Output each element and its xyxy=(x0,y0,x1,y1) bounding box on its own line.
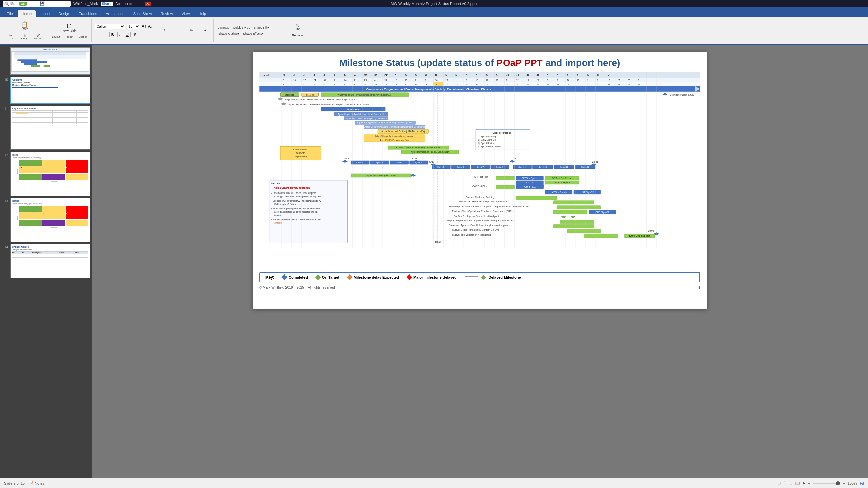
fit-slide-button[interactable]: Fit xyxy=(860,481,864,485)
save-icon[interactable]: 💾 xyxy=(40,1,45,6)
svg-text:hardware: hardware xyxy=(296,152,305,154)
autosave-label: AutoSave xyxy=(3,2,17,6)
slideshow-button[interactable]: ▶ xyxy=(803,481,805,485)
svg-text:NOTES :: NOTES : xyxy=(271,182,281,185)
decrease-font-icon[interactable]: A↓ xyxy=(148,24,153,29)
notes-button[interactable]: 📝 Notes xyxy=(29,481,44,485)
redo-icon[interactable]: ↪ xyxy=(34,1,38,6)
slides-panel: Milestone Status 10 xyxy=(0,45,92,478)
slide-preview-13[interactable]: Issues Project Issue Matrix (Top 10 Issu… xyxy=(10,198,90,242)
svg-text:Agile SCRUM delivery approach: Agile SCRUM delivery approach xyxy=(274,187,310,189)
shape-outline-button[interactable]: Shape Outline▾ xyxy=(217,31,241,36)
font-family-select[interactable]: Calibri xyxy=(95,24,125,29)
minimize-button[interactable]: ─ xyxy=(135,2,137,6)
bold-button[interactable]: B xyxy=(109,32,116,37)
svg-text:N: N xyxy=(445,74,447,76)
svg-text:Sprint 1: Sprint 1 xyxy=(356,162,363,164)
status-bar: Slide 9 of 15 📝 Notes ⊡ ☰ ⊞ 📖 ▶ − + 100%… xyxy=(0,478,868,488)
decrease-indent-button[interactable]: ⇤ xyxy=(185,28,198,34)
slide-preview-14[interactable]: Change Control Change Control Summary Re… xyxy=(10,244,90,278)
slide-thumb-9[interactable]: Milestone Status xyxy=(1,47,90,75)
slide-thumb-11[interactable]: 11 Key Risks and Issues xyxy=(1,106,90,150)
svg-rect-204 xyxy=(496,176,515,180)
shape-effects-button[interactable]: Shape Effects▾ xyxy=(242,31,265,36)
svg-text:JA: JA xyxy=(527,74,530,76)
quick-styles-button[interactable]: Quick Styles xyxy=(232,25,251,30)
clipboard-group: 📋 Paste ✂ Cut ⎘ Copy 🖌 Format xyxy=(3,19,46,42)
slide-thumb-14[interactable]: 14 Change Control Change Control Summary… xyxy=(1,244,90,278)
paste-button[interactable]: 📋 Paste xyxy=(18,21,31,32)
svg-text:31/11: 31/11 xyxy=(510,157,516,160)
status-left: Slide 9 of 15 📝 Notes xyxy=(4,481,44,485)
svg-text:9: 9 xyxy=(425,79,427,81)
numbering-button[interactable]: ⒈ xyxy=(172,28,184,34)
underline-button[interactable]: U xyxy=(124,32,131,37)
tab-home[interactable]: Home xyxy=(18,10,36,17)
svg-text:5: 5 xyxy=(506,79,508,81)
tab-file[interactable]: File xyxy=(3,10,17,17)
slide-sorter-button[interactable]: ⊞ xyxy=(789,481,792,485)
slide-preview-11[interactable]: Key Risks and Issues xyxy=(10,106,90,150)
slide-preview-10[interactable]: Contents Management Summary Milestones &… xyxy=(10,77,90,104)
slide-10-subtitle1: Management Summary xyxy=(12,82,88,84)
tab-view[interactable]: View xyxy=(178,10,194,17)
svg-text:Governance / Programme and Pro: Governance / Programme and Project Manag… xyxy=(366,88,491,91)
slide-thumb-12[interactable]: 12 Risks Project Risk Matrix (Top 10 Ris… xyxy=(1,152,90,196)
quick-access-toolbar[interactable]: AutoSave ON ↩ ↪ 💾 xyxy=(0,0,47,7)
tab-insert[interactable]: Insert xyxy=(36,10,54,17)
bullets-button[interactable]: ≡ xyxy=(158,28,171,34)
undo-icon[interactable]: ↩ xyxy=(29,1,32,6)
italic-button[interactable]: I xyxy=(117,32,122,37)
shape-fill-button[interactable]: Shape Fill▾ xyxy=(252,25,270,30)
slide-preview-12[interactable]: Risks Project Risk Matrix (Top 10 Risks … xyxy=(10,152,90,196)
cut-button[interactable]: ✂ Cut xyxy=(5,33,17,41)
tab-design[interactable]: Design xyxy=(55,10,74,17)
zoom-minus-button[interactable]: − xyxy=(808,481,810,485)
svg-text:06/10: 06/10 xyxy=(411,157,417,160)
slide-count: Slide 9 of 15 xyxy=(4,481,25,485)
increase-font-icon[interactable]: A↑ xyxy=(142,24,146,29)
outline-view-button[interactable]: ☰ xyxy=(783,481,787,485)
tab-animations[interactable]: Animations xyxy=(102,10,128,17)
share-button[interactable]: Share xyxy=(101,2,113,6)
slide-thumb-13[interactable]: 13 Issues Project Issue Matrix (Top 10 I… xyxy=(1,198,90,242)
find-button[interactable]: 🔍 Find xyxy=(292,23,304,32)
slide-thumb-10[interactable]: 10 Contents Management Summary Milestone… xyxy=(1,77,90,104)
strikethrough-button[interactable]: S xyxy=(132,32,138,37)
slide-11-table xyxy=(12,110,88,124)
comments-button[interactable]: Comments xyxy=(116,2,132,6)
svg-text:Sprint 3: Sprint 3 xyxy=(396,162,403,164)
key-delay-expected-label: Milestone delay Expected xyxy=(354,275,399,279)
slide-preview-9[interactable]: Milestone Status xyxy=(10,47,90,75)
reading-view-button[interactable]: 📖 xyxy=(795,481,800,485)
replace-button[interactable]: Replace xyxy=(291,33,304,38)
format-painter-button[interactable]: 🖌 Format xyxy=(32,33,44,41)
new-slide-icon: 🗋 xyxy=(66,23,73,29)
layout-button[interactable]: Layout xyxy=(50,35,62,39)
tab-transitions[interactable]: Transitions xyxy=(75,10,101,17)
zoom-plus-button[interactable]: + xyxy=(843,481,845,485)
tab-help[interactable]: Help xyxy=(194,10,210,17)
arrange-button[interactable]: Arrange xyxy=(217,25,231,30)
tab-slideshow[interactable]: Slide Show xyxy=(129,10,156,17)
maximize-button[interactable]: □ xyxy=(140,2,142,6)
svg-text:33: 33 xyxy=(608,84,610,86)
svg-text:JL: JL xyxy=(324,74,327,76)
svg-text:Test Exit Reports: Test Exit Reports xyxy=(554,181,570,184)
svg-text:O: O xyxy=(415,74,417,76)
svg-text:29: 29 xyxy=(496,79,499,81)
normal-view-button[interactable]: ⊡ xyxy=(777,481,781,485)
svg-text:Project Formally Approved / Cl: Project Formally Approved / Client Kick-… xyxy=(285,98,355,101)
font-size-select[interactable]: 18 xyxy=(127,24,140,29)
svg-text:11: 11 xyxy=(384,84,387,86)
section-button[interactable]: Section xyxy=(77,35,89,39)
svg-text:• See also WORD format MW Proj: • See also WORD format MW Project Plan a… xyxy=(271,200,321,202)
new-slide-button[interactable]: 🗋 New Slide xyxy=(61,22,78,33)
autosave-toggle[interactable]: ON xyxy=(19,2,27,6)
copy-button[interactable]: ⎘ Copy xyxy=(18,33,31,41)
reset-button[interactable]: Reset xyxy=(63,35,76,39)
tab-review[interactable]: Review xyxy=(157,10,177,17)
close-button[interactable]: ✕ xyxy=(145,2,151,6)
svg-text:M: M xyxy=(608,74,610,76)
increase-indent-button[interactable]: ⇥ xyxy=(199,28,211,34)
